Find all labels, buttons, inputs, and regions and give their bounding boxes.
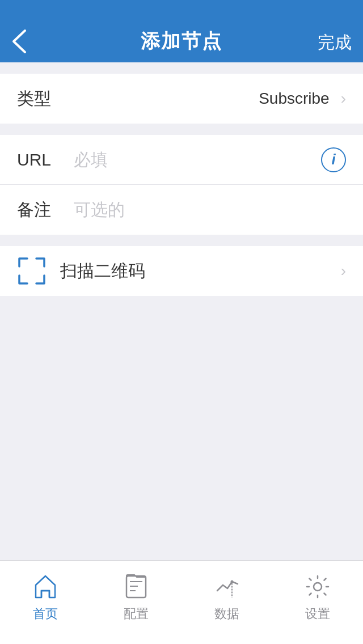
tab-data[interactable]: 数据 (182, 571, 272, 622)
type-section: 类型 Subscribe › (0, 74, 363, 124)
qr-chevron: › (341, 262, 346, 280)
data-icon (212, 571, 242, 602)
tab-settings-label: 设置 (305, 605, 330, 622)
home-icon (30, 571, 61, 602)
type-label: 类型 (17, 87, 62, 111)
navigation-bar: 添加节点 完成 (0, 0, 363, 62)
form-section: URL i 备注 (0, 135, 363, 235)
tab-home[interactable]: 首页 (0, 571, 91, 622)
tab-data-label: 数据 (214, 605, 239, 622)
tab-settings[interactable]: 设置 (272, 571, 363, 622)
config-icon (121, 571, 151, 602)
type-value: Subscribe › (62, 90, 346, 108)
note-row: 备注 (0, 185, 363, 235)
type-chevron: › (341, 90, 346, 108)
tab-config-label: 配置 (124, 605, 149, 622)
page-title: 添加节点 (0, 28, 363, 54)
svg-point-3 (314, 583, 322, 591)
note-label: 备注 (17, 198, 62, 222)
settings-icon (302, 571, 333, 602)
qr-label: 扫描二维码 (60, 260, 336, 283)
qr-row[interactable]: 扫描二维码 › (0, 246, 363, 296)
url-input[interactable] (74, 150, 321, 170)
qr-scan-icon (17, 256, 47, 286)
back-button[interactable] (11, 28, 27, 54)
url-label: URL (17, 150, 62, 170)
tab-bar: 首页 配置 数据 (0, 560, 363, 644)
type-row[interactable]: 类型 Subscribe › (0, 74, 363, 124)
tab-home-label: 首页 (33, 605, 58, 622)
done-button[interactable]: 完成 (318, 31, 352, 54)
note-input[interactable] (74, 200, 346, 219)
tab-config[interactable]: 配置 (91, 571, 182, 622)
svg-point-1 (231, 580, 234, 583)
url-row: URL i (0, 135, 363, 185)
qr-section: 扫描二维码 › (0, 246, 363, 296)
info-icon[interactable]: i (321, 147, 346, 172)
